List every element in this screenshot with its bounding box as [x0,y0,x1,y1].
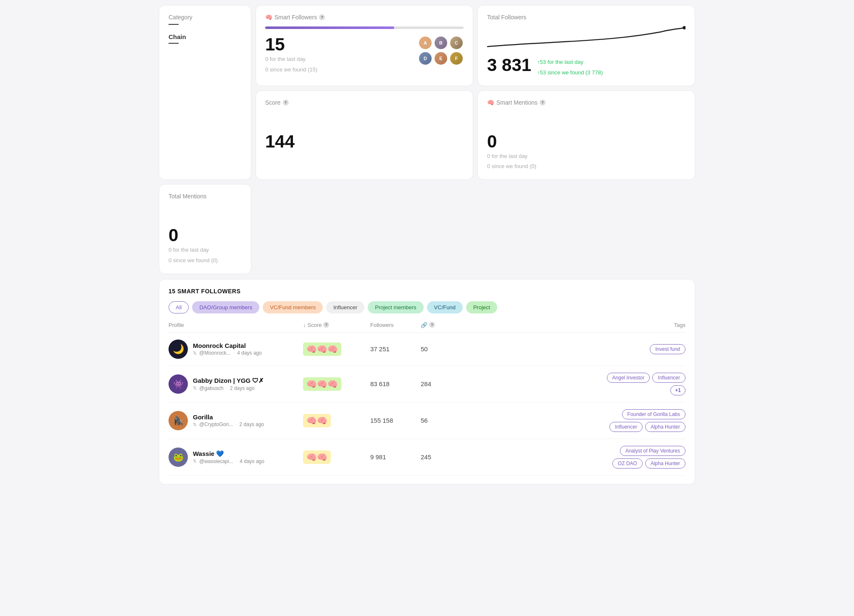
smart-followers-bottom: 15 0 for the last day 0 since we found (… [265,36,464,74]
brain-score-moonrock: 🧠🧠🧠 [303,342,341,356]
total-followers-stats: ↑53 for the last day ↑53 since we found … [537,56,603,77]
col-header-profile: Profile [169,322,303,328]
profile-cell-wassie: 🐸 Wassie 💙 𝕏 @wassiecapi... · 4 days ago [169,448,303,467]
avatar-gorilla: 🦍 [169,411,188,430]
smart-followers-since-found: 0 since we found (15) [265,66,317,74]
category-dash [169,24,179,25]
total-followers-count: 3 831 [487,56,531,74]
total-mentions-spacer [169,201,242,226]
category-card: Category Chain [159,5,251,180]
filter-chip-influencer[interactable]: Influencer [326,301,364,313]
total-mentions-bottom: 0 0 for the last day 0 since we found (0… [169,226,242,265]
avatar-6: F [449,51,464,66]
total-mentions-count: 0 [169,226,218,244]
chain-dash [169,43,179,44]
smart-mentions-last-day: 0 for the last day [487,152,536,161]
total-followers-title: Total Followers [487,14,685,21]
score-info-icon[interactable]: ? [283,100,289,105]
filter-chip-dao[interactable]: DAO/Group members [192,301,259,313]
tags-moonrock: Invest fund [601,344,685,354]
tag-influencer-gabby: Influencer [652,373,685,383]
tag-angel-investor: Angel Investor [607,373,650,383]
brain-score-wassie: 🧠🧠 [303,450,331,464]
score-card: Score ? 144 [256,90,473,180]
total-followers-up-since: ↑53 since we found (3 778) [537,68,603,77]
smart-followers-info-icon[interactable]: ? [319,14,325,20]
filter-chip-vc-fund[interactable]: VC/Fund [427,301,463,313]
tag-plus-gabby[interactable]: +1 [670,385,685,395]
tag-analyst-play: Analyst of Play Ventures [620,446,685,456]
profile-handle-gorilla: 𝕏 @CryptoGori... · 2 days ago [193,421,264,427]
link-icon: 🔗 [421,322,427,328]
avatar-5: E [434,51,448,66]
profile-handle-moonrock: 𝕏 @Moonrock... · 4 days ago [193,350,262,356]
score-cell-gabby: 🧠🧠🧠 [303,377,370,391]
tags-gorilla: Founder of Gorilla Labs Influencer Alpha… [601,409,685,432]
smart-followers-count: 15 [265,36,317,53]
col-header-empty [454,322,627,328]
mentions-gorilla: 56 [421,417,454,424]
score-col-info-icon[interactable]: ? [323,322,329,328]
mentions-col-info-icon[interactable]: ? [429,322,435,328]
score-cell-moonrock: 🧠🧠🧠 [303,342,370,356]
profile-cell-moonrock: 🌙 Moonrock Capital 𝕏 @Moonrock... · 4 da… [169,340,303,359]
mentions-wassie: 245 [421,453,454,461]
total-followers-card: Total Followers 3 831 ↑53 for the last d… [477,5,695,86]
total-mentions-last-day: 0 for the last day [169,246,218,255]
profile-name-moonrock: Moonrock Capital [193,342,262,349]
profile-cell-gabby: 👾 Gabby Dizon | YGG 🛡✗ 𝕏 @gabusch · 2 da… [169,374,303,394]
total-followers-chart [487,26,685,51]
twitter-icon-wassie: 𝕏 [193,458,197,464]
svg-point-0 [683,26,685,29]
smart-followers-title: 🧠 Smart Followers ? [265,14,464,21]
tags-wassie: Analyst of Play Ventures OZ DAO Alpha Hu… [601,446,685,469]
col-header-followers: Followers [370,322,421,328]
profile-name-gorilla: Gorilla [193,413,264,421]
filter-chip-vc-fund-members[interactable]: VC/Fund members [263,301,323,313]
category-label: Category [169,14,242,21]
table-header: Profile ↓ Score ? Followers 🔗 ? Tags [169,322,685,333]
smart-followers-last-day: 0 for the last day [265,55,317,64]
smart-mentions-since-found: 0 since we found (0) [487,162,536,171]
tag-invest-fund: Invest fund [650,344,685,354]
profile-info-moonrock: Moonrock Capital 𝕏 @Moonrock... · 4 days… [193,342,262,356]
smart-mentions-bottom: 0 0 for the last day 0 since we found (0… [487,133,685,171]
mentions-gabby: 284 [421,380,454,387]
smart-followers-count-section: 15 0 for the last day 0 since we found (… [265,36,317,74]
col-header-tags: Tags [627,322,685,328]
tags-gabby: Angel Investor Influencer +1 [601,373,685,395]
profile-name-gabby: Gabby Dizon | YGG 🛡✗ [193,377,264,384]
total-followers-bottom: 3 831 ↑53 for the last day ↑53 since we … [487,56,685,77]
tag-oz-dao: OZ DAO [612,458,643,469]
total-mentions-count-section: 0 0 for the last day 0 since we found (0… [169,226,218,265]
col-header-score[interactable]: ↓ Score ? [303,322,370,328]
table-row: 👾 Gabby Dizon | YGG 🛡✗ 𝕏 @gabusch · 2 da… [169,366,685,403]
filter-chip-project[interactable]: Project [466,301,497,313]
smart-followers-progress [265,26,464,29]
stats-grid: Category Chain 🧠 Smart Followers ? 15 0 … [159,5,695,274]
filter-chip-all[interactable]: All [169,301,189,313]
profile-cell-gorilla: 🦍 Gorilla 𝕏 @CryptoGori... · 2 days ago [169,411,303,430]
total-followers-up-last-day: ↑53 for the last day [537,58,603,67]
score-cell-gorilla: 🧠🧠 [303,414,370,427]
followers-gabby: 83 618 [370,380,421,387]
twitter-icon: 𝕏 [193,350,197,356]
smart-mentions-spacer [487,108,685,133]
profile-name-wassie: Wassie 💙 [193,450,264,458]
chain-label: Chain [169,33,242,40]
tag-alpha-hunter-wassie: Alpha Hunter [645,458,685,469]
smart-mentions-info-icon[interactable]: ? [540,100,546,105]
tag-founder-gorilla: Founder of Gorilla Labs [622,409,685,419]
profile-handle-gabby: 𝕏 @gabusch · 2 days ago [193,385,264,391]
total-mentions-since-found: 0 since we found (0) [169,256,218,265]
profile-info-gabby: Gabby Dizon | YGG 🛡✗ 𝕏 @gabusch · 2 days… [193,377,264,391]
score-title: Score ? [265,99,464,106]
profile-info-wassie: Wassie 💙 𝕏 @wassiecapi... · 4 days ago [193,450,264,464]
avatar-1: A [418,36,432,50]
filter-chip-project-members[interactable]: Project members [368,301,423,313]
filter-chips: All DAO/Group members VC/Fund members In… [169,301,685,313]
smart-followers-avatars: A B C D E F [418,36,464,66]
brain-score-gabby: 🧠🧠🧠 [303,377,341,391]
total-mentions-title: Total Mentions [169,193,242,200]
smart-followers-section: 15 SMART FOLLOWERS All DAO/Group members… [159,279,695,484]
